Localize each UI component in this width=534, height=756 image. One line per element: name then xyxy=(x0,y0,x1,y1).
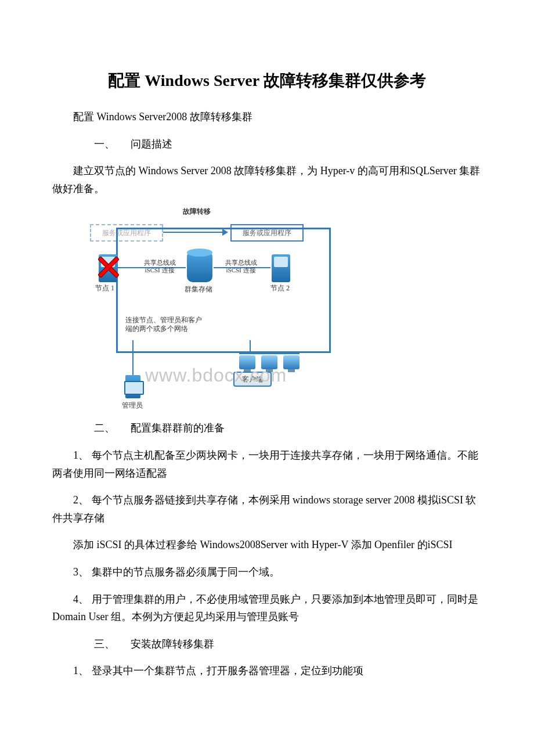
section-2-heading: 二、配置集群群前的准备 xyxy=(52,419,482,437)
cluster-frame xyxy=(116,228,331,353)
section-2-label: 配置集群群前的准备 xyxy=(131,422,225,434)
section-2-num: 二、 xyxy=(73,419,131,437)
watermark-text: www.bdocx.com xyxy=(145,365,287,386)
failover-diagram: 故障转移 服务或应用程序 服务或应用程序 节点 1 共享总线或 iSCSI 连接… xyxy=(87,207,482,410)
conn-label-left: 共享总线或 iSCSI 连接 xyxy=(139,259,180,274)
conn2b: iSCSI 连接 xyxy=(226,267,255,273)
prep-item-2-note: 添加 iSCSI 的具体过程参给 Windows2008Server with … xyxy=(52,536,482,554)
section-1-label: 问题描述 xyxy=(131,138,172,150)
prep-item-4: 4、 用于管理集群的用户，不必使用域管理员账户，只要添加到本地管理员即可，同时是… xyxy=(52,591,482,626)
prep-item-1: 1、 每个节点主机配备至少两块网卡，一块用于连接共享存储，一块用于网络通信。不能… xyxy=(52,447,482,482)
admin-pc-icon xyxy=(125,375,140,398)
conn2a: 共享总线或 xyxy=(225,259,257,266)
failover-label: 故障转移 xyxy=(183,207,211,217)
prep-item-3: 3、 集群中的节点服务器必须属于同一个域。 xyxy=(52,563,482,581)
doc-title: 配置 Windows Server 故障转移集群仅供参考 xyxy=(52,70,482,92)
section-3-heading: 三、安装故障转移集群 xyxy=(52,635,482,653)
install-item-1: 1、 登录其中一个集群节点，打开服务器管理器，定位到功能项 xyxy=(52,662,482,680)
client-bus-line xyxy=(239,353,300,354)
document-page: 配置 Windows Server 故障转移集群仅供参考 配置 Windows … xyxy=(0,0,534,724)
section-3-num: 三、 xyxy=(73,635,131,653)
prep-item-2: 2、 每个节点服务器链接到共享存储，本例采用 windows storage s… xyxy=(52,491,482,527)
intro-line: 配置 Windows Server2008 故障转移集群 xyxy=(52,108,482,126)
section-1-body: 建立双节点的 Windows Server 2008 故障转移集群，为 Hype… xyxy=(52,162,482,197)
node2-icon xyxy=(272,254,290,282)
conn1a: 共享总线或 xyxy=(144,259,176,266)
node1-icon xyxy=(99,254,117,282)
node2-label: 节点 2 xyxy=(270,283,290,293)
section-1-num: 一、 xyxy=(73,135,131,153)
network-desc: 连接节点、管理员和客户端的两个或多个网络 xyxy=(125,316,207,333)
node1-label: 节点 1 xyxy=(95,283,114,293)
storage-label: 群集存储 xyxy=(185,285,212,294)
admin-line xyxy=(132,352,134,376)
admin-label: 管理员 xyxy=(122,401,143,411)
diagram-canvas: 故障转移 服务或应用程序 服务或应用程序 节点 1 共享总线或 iSCSI 连接… xyxy=(87,207,331,410)
client-drop-line xyxy=(250,340,251,354)
conn1b: iSCSI 连接 xyxy=(145,267,174,273)
section-3-label: 安装故障转移集群 xyxy=(131,638,214,650)
section-1-heading: 一、问题描述 xyxy=(52,135,482,153)
conn-label-right: 共享总线或 iSCSI 连接 xyxy=(221,259,261,274)
storage-icon xyxy=(187,252,212,282)
